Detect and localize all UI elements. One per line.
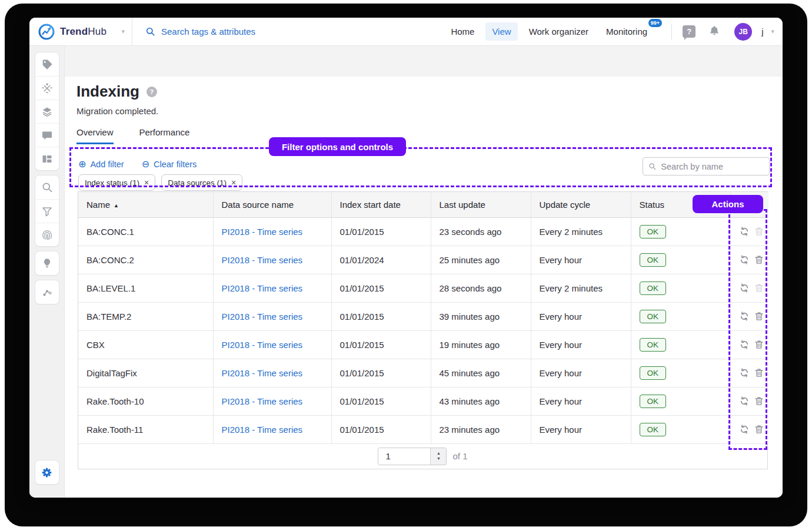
- delete-icon: [754, 283, 764, 293]
- chevron-down-icon: ▾: [121, 28, 125, 35]
- status-badge: OK: [640, 310, 667, 323]
- app-window: TrendHub ▾ Search tags & attributes Home…: [29, 18, 783, 498]
- brand-menu[interactable]: TrendHub ▾: [29, 18, 132, 45]
- sidebar-item-tags[interactable]: [35, 52, 59, 76]
- pagination: ▲▼ of 1: [78, 444, 767, 469]
- delete-icon[interactable]: [754, 396, 764, 406]
- trash-icon: [754, 339, 764, 350]
- delete-icon[interactable]: [754, 311, 764, 322]
- page-total-label: of 1: [452, 451, 467, 461]
- nav-item-view[interactable]: View: [485, 22, 517, 41]
- search-icon: [648, 162, 656, 171]
- sidebar-item-comments[interactable]: [35, 123, 59, 147]
- page-stepper[interactable]: ▲▼: [430, 448, 446, 465]
- reindex-button[interactable]: [739, 424, 750, 435]
- sidebar-item-fingerprint[interactable]: [35, 223, 59, 246]
- calculations-icon: [41, 82, 53, 94]
- page-subtitle: Migration completed.: [76, 106, 158, 116]
- sidebar-group-context: [35, 280, 59, 304]
- column-header-name[interactable]: Name▲: [78, 192, 213, 217]
- sidebar-item-layers[interactable]: [35, 100, 59, 123]
- cell-update-cycle: Every hour: [531, 330, 631, 359]
- data-source-link[interactable]: PI2018 - Time series: [222, 283, 303, 293]
- sidebar-item-calculations[interactable]: [35, 76, 59, 100]
- close-icon[interactable]: ×: [231, 178, 236, 187]
- chevron-down-icon: ▼: [437, 456, 441, 461]
- nav-item-work-organizer[interactable]: Work organizer: [523, 22, 595, 41]
- chip-data-sources[interactable]: Data sources (1) ×: [161, 174, 242, 191]
- filter-icon: [41, 206, 53, 217]
- sidebar-item-recommendations[interactable]: [35, 251, 59, 275]
- cell-start-date: 01/01/2015: [331, 330, 431, 359]
- settings-icon: [41, 466, 53, 479]
- notifications-button[interactable]: [708, 25, 720, 39]
- data-source-link[interactable]: PI2018 - Time series: [222, 340, 303, 350]
- close-icon[interactable]: ×: [144, 178, 149, 187]
- delete-icon[interactable]: [754, 367, 764, 378]
- sidebar-item-settings[interactable]: [35, 461, 59, 484]
- avatar[interactable]: JB: [734, 23, 752, 41]
- clear-filters-button[interactable]: ⊖ Clear filters: [142, 160, 197, 169]
- refresh-icon: [739, 254, 750, 265]
- table-header-row: Name▲ Data source name Index start date …: [78, 192, 768, 217]
- tab-bar: Overview Performance: [76, 127, 189, 144]
- column-header-data-source[interactable]: Data source name: [213, 192, 331, 217]
- cell-start-date: 01/01/2024: [331, 246, 431, 274]
- reindex-button[interactable]: [739, 226, 750, 237]
- status-badge: OK: [640, 253, 667, 267]
- sidebar-item-dashboards[interactable]: [35, 147, 59, 170]
- data-source-link[interactable]: PI2018 - Time series: [222, 396, 303, 406]
- refresh-icon: [739, 311, 750, 322]
- column-header-index-start-date[interactable]: Index start date: [331, 192, 431, 217]
- reindex-button[interactable]: [739, 283, 750, 293]
- status-badge: OK: [640, 366, 667, 380]
- delete-icon[interactable]: [754, 254, 764, 265]
- tab-overview[interactable]: Overview: [76, 127, 114, 144]
- search-by-name-input[interactable]: [661, 162, 764, 171]
- data-source-link[interactable]: PI2018 - Time series: [222, 227, 303, 237]
- cell-update-cycle: Every hour: [531, 246, 631, 274]
- cell-start-date: 01/01/2015: [331, 415, 431, 443]
- sidebar-item-search[interactable]: [35, 175, 59, 199]
- bell-icon: [708, 25, 720, 37]
- trash-icon: [754, 396, 764, 406]
- add-filter-button[interactable]: ⊕ Add filter: [78, 160, 124, 169]
- sidebar-item-context-graph[interactable]: [35, 280, 59, 304]
- refresh-icon: [739, 339, 750, 350]
- sidebar-item-filter[interactable]: [35, 199, 59, 223]
- reindex-button[interactable]: [739, 254, 750, 265]
- help-button[interactable]: ?: [683, 25, 695, 38]
- search-by-name-field[interactable]: [643, 157, 770, 175]
- reindex-button[interactable]: [739, 339, 750, 350]
- data-source-link[interactable]: PI2018 - Time series: [222, 312, 303, 322]
- nav-item-home[interactable]: Home: [444, 22, 481, 41]
- table-row: Rake.Tooth-11 PI2018 - Time series 01/01…: [78, 415, 768, 443]
- refresh-icon: [739, 396, 750, 406]
- reindex-button[interactable]: [739, 396, 750, 406]
- fingerprint-icon: [41, 229, 53, 241]
- chevron-down-icon[interactable]: ▾: [771, 28, 774, 35]
- filter-annotation-label: Filter options and controls: [269, 137, 406, 156]
- status-badge: OK: [640, 338, 667, 352]
- cell-update-cycle: Every hour: [531, 359, 631, 387]
- status-badge: OK: [640, 225, 667, 238]
- actions-annotation-label: Actions: [693, 195, 763, 213]
- column-header-update-cycle[interactable]: Update cycle: [531, 192, 631, 217]
- global-search-input[interactable]: Search tags & attributes: [132, 18, 444, 45]
- delete-icon[interactable]: [754, 424, 764, 435]
- nav-item-monitoring[interactable]: Monitoring 99+: [600, 22, 654, 41]
- reindex-button[interactable]: [739, 311, 750, 322]
- delete-icon[interactable]: [754, 339, 764, 350]
- data-source-link[interactable]: PI2018 - Time series: [222, 255, 303, 265]
- page-help-icon[interactable]: ?: [147, 87, 157, 97]
- tab-performance[interactable]: Performance: [139, 127, 190, 144]
- column-header-last-update[interactable]: Last update: [431, 192, 531, 217]
- table-row: BA:CONC.2 PI2018 - Time series 01/01/202…: [78, 246, 768, 274]
- data-source-link[interactable]: PI2018 - Time series: [222, 368, 303, 378]
- page-number-input[interactable]: [378, 448, 430, 465]
- cell-name: BA:LEVEL.1: [78, 274, 213, 302]
- reindex-button[interactable]: [739, 367, 750, 378]
- sidebar-group-settings: [35, 460, 59, 485]
- data-source-link[interactable]: PI2018 - Time series: [222, 425, 303, 435]
- chip-index-status[interactable]: Index status (1) ×: [78, 174, 155, 191]
